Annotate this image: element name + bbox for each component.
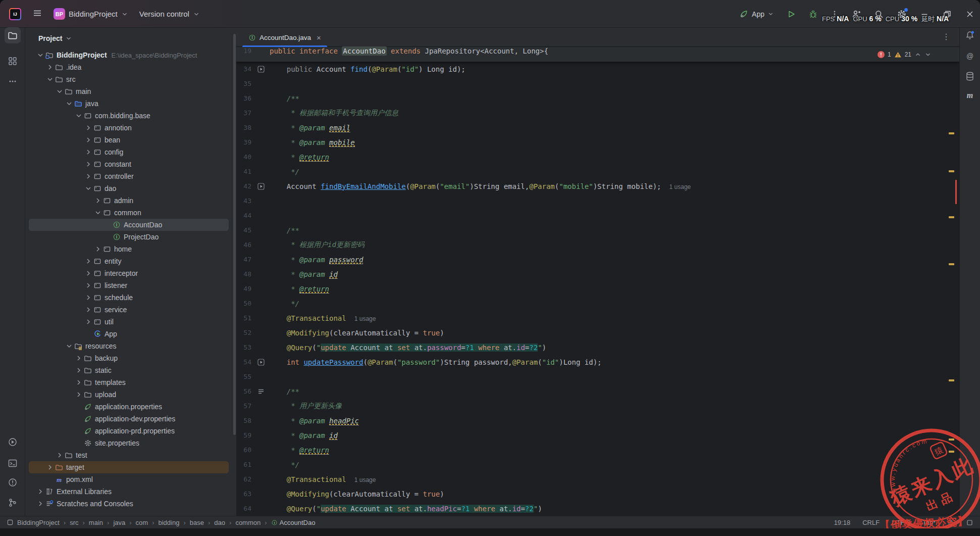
gutter-nav-icon[interactable]	[252, 359, 270, 366]
tree-item-home[interactable]: home	[29, 243, 229, 255]
tree-item-bean[interactable]: bean	[29, 134, 229, 146]
indent-style[interactable]: Tab*	[922, 519, 936, 526]
tree-item-scratches-and-consoles[interactable]: Scratches and Consoles	[29, 498, 229, 510]
version-control-tool-icon[interactable]	[8, 498, 18, 508]
code-line-48[interactable]: 48 * @param id	[236, 267, 959, 281]
code-line-58[interactable]: 58 * @param headPic	[236, 413, 959, 428]
code-line-64[interactable]: 64 @Query("update Account at set at.head…	[236, 501, 959, 516]
tree-item-admin[interactable]: admin	[29, 194, 229, 207]
chevron-right-icon[interactable]	[74, 354, 83, 362]
code-line-53[interactable]: 53 @Query("update Account at set at.pass…	[236, 340, 959, 355]
code-line-50[interactable]: 50 */	[236, 296, 959, 311]
chevron-right-icon[interactable]	[83, 306, 93, 314]
code-line-41[interactable]: 41 */	[236, 164, 959, 179]
breadcrumb-java[interactable]: java	[113, 519, 125, 526]
database-tool-icon[interactable]	[965, 71, 975, 81]
inspections-widget[interactable]: ! 1 21	[878, 49, 932, 60]
code-line-59[interactable]: 59 * @param id	[236, 428, 959, 443]
tree-item-java[interactable]: java	[29, 98, 229, 110]
project-panel-header[interactable]: Project	[25, 30, 236, 47]
code-line-54[interactable]: 54 int updatePassword(@Param("password")…	[236, 355, 959, 369]
chevron-right-icon[interactable]	[74, 378, 83, 386]
tree-item-com-bidding-base[interactable]: com.bidding.base	[29, 110, 229, 122]
tree-item-entity[interactable]: entity	[29, 255, 229, 267]
maven-tool-icon[interactable]: m	[965, 90, 975, 101]
code-line-52[interactable]: 52 @Modifying(clearAutomatically = true)	[236, 325, 959, 340]
tree-item-external-libraries[interactable]: External Libraries	[29, 485, 229, 498]
tree-item-schedule[interactable]: schedule	[29, 291, 229, 304]
terminal-tool-icon[interactable]	[8, 458, 18, 468]
gutter-nav-icon[interactable]	[252, 66, 270, 73]
breadcrumb-dao[interactable]: dao	[214, 519, 225, 526]
warning-stripe-mark[interactable]	[949, 263, 954, 265]
line-separator[interactable]: CRLF	[862, 519, 880, 526]
tree-item-projectdao[interactable]: IProjectDao	[29, 231, 229, 243]
services-tool-icon[interactable]	[8, 437, 18, 447]
code-line-57[interactable]: 57 * 用户更新头像	[236, 399, 959, 413]
warning-stripe-mark[interactable]	[949, 379, 954, 381]
project-widget[interactable]: BP BiddingProject	[54, 8, 128, 20]
error-stripe[interactable]	[948, 28, 957, 516]
tree-item-annotion[interactable]: annotion	[29, 122, 229, 134]
tree-item-templates[interactable]: templates	[29, 376, 229, 388]
code-line-34[interactable]: 34 public Account find(@Param("id") Long…	[236, 62, 959, 76]
tree-item-src[interactable]: src	[29, 73, 229, 85]
chevron-right-icon[interactable]	[83, 124, 93, 132]
debug-button[interactable]	[808, 9, 818, 19]
tab-accountdao[interactable]: I AccountDao.java ×	[242, 28, 327, 47]
code-line-42[interactable]: 42 Account findByEmailAndMobile(@Param("…	[236, 179, 959, 193]
tree-item-app[interactable]: App	[29, 328, 229, 340]
tab-close-icon[interactable]: ×	[317, 33, 321, 42]
tree-item-static[interactable]: static	[29, 364, 229, 376]
project-tool-icon[interactable]	[5, 27, 21, 43]
tree-item-application-dev-properties[interactable]: application-dev.properties	[29, 413, 229, 425]
chevron-right-icon[interactable]	[83, 281, 93, 289]
breadcrumb-bidding[interactable]: bidding	[159, 519, 180, 526]
warning-stripe-mark[interactable]	[949, 132, 954, 134]
chevron-down-icon[interactable]	[35, 51, 45, 59]
code-line-35[interactable]: 35	[236, 76, 959, 91]
error-stripe-mark[interactable]	[955, 180, 957, 204]
chevron-right-icon[interactable]	[45, 463, 55, 471]
chevron-right-icon[interactable]	[83, 294, 93, 302]
tree-item-controller[interactable]: controller	[29, 170, 229, 182]
chevron-down-icon[interactable]	[83, 184, 93, 192]
code-line-55[interactable]: 55	[236, 369, 959, 384]
warning-stripe-mark[interactable]	[949, 451, 954, 453]
file-encoding[interactable]: UTF-8	[892, 519, 910, 526]
version-control-widget[interactable]: Version control	[139, 10, 200, 18]
tree-item-application-properties[interactable]: application.properties	[29, 401, 229, 413]
tree-item-config[interactable]: config	[29, 146, 229, 158]
usages-inlay-hint[interactable]: 1 usage	[354, 476, 376, 483]
warning-stripe-mark[interactable]	[949, 438, 954, 441]
chevron-right-icon[interactable]	[93, 197, 102, 205]
tree-item-resources[interactable]: resources	[29, 340, 229, 352]
chevron-right-icon[interactable]	[83, 172, 93, 180]
code-line-36[interactable]: 36 /**	[236, 91, 959, 106]
chevron-right-icon[interactable]	[83, 257, 93, 265]
code-line-45[interactable]: 45 /**	[236, 223, 959, 237]
chevron-right-icon[interactable]	[83, 160, 93, 168]
breadcrumb-accountdao[interactable]: IAccountDao	[271, 519, 316, 526]
structure-tool-icon[interactable]	[8, 56, 18, 66]
chevron-right-icon[interactable]	[55, 451, 64, 459]
tree-item-site-properties[interactable]: site.properties	[29, 437, 229, 449]
aop-at-icon[interactable]: @	[965, 51, 975, 61]
code-line-39[interactable]: 39 * @param mobile	[236, 135, 959, 150]
chevron-down-icon[interactable]	[924, 51, 932, 58]
chevron-up-icon[interactable]	[914, 51, 921, 58]
chevron-down-icon[interactable]	[64, 342, 74, 350]
code-line-49[interactable]: 49 * @return	[236, 281, 959, 296]
breadcrumb-biddingproject[interactable]: BiddingProject	[17, 519, 60, 526]
chevron-right-icon[interactable]	[83, 318, 93, 326]
tree-item-listener[interactable]: listener	[29, 279, 229, 291]
chevron-down-icon[interactable]	[55, 87, 64, 95]
lock-icon[interactable]	[948, 519, 954, 526]
chevron-down-icon[interactable]	[64, 100, 74, 108]
code-line-43[interactable]: 43	[236, 193, 959, 208]
gutter-nav-icon[interactable]	[252, 183, 270, 190]
code-line-60[interactable]: 60 * @return	[236, 443, 959, 457]
run-configuration-widget[interactable]: App	[739, 9, 774, 19]
tree-item-interceptor[interactable]: interceptor	[29, 267, 229, 279]
tree-item-util[interactable]: util	[29, 316, 229, 328]
